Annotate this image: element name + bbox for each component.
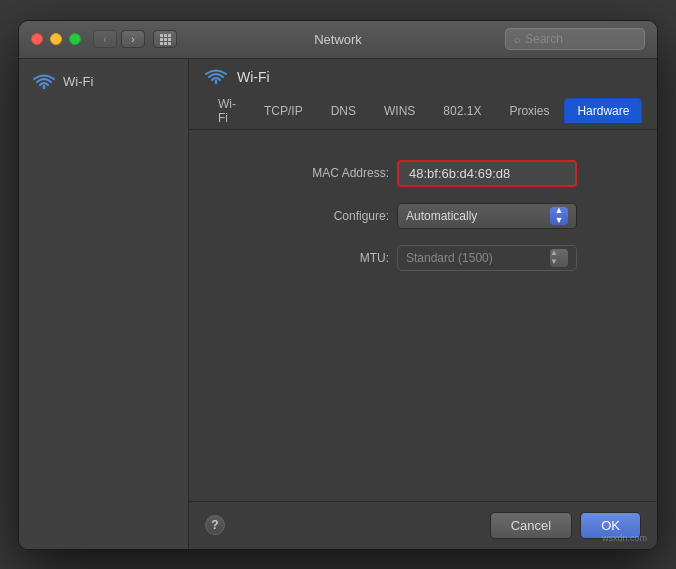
sidebar: Wi-Fi [19, 59, 189, 549]
configure-label: Configure: [269, 209, 389, 223]
grid-button[interactable] [153, 30, 177, 48]
search-icon: ⌕ [514, 33, 521, 45]
nav-buttons: ‹ › [93, 30, 177, 48]
traffic-lights [31, 33, 81, 45]
mtu-label: MTU: [269, 251, 389, 265]
tab-bar: Wi-Fi TCP/IP DNS WINS 802.1X Proxies Har… [189, 91, 657, 130]
configure-arrow-icon: ▲ ▼ [550, 207, 568, 225]
bottom-bar: ? Cancel OK [189, 501, 657, 549]
tab-proxies[interactable]: Proxies [496, 98, 562, 123]
main-window: ‹ › Network ⌕ [18, 20, 658, 550]
tab-8021x[interactable]: 802.1X [430, 98, 494, 123]
mac-address-box: 48:bf:6b:d4:69:d8 [397, 160, 577, 187]
form-area: MAC Address: 48:bf:6b:d4:69:d8 Configure… [189, 130, 657, 501]
mac-label: MAC Address: [269, 166, 389, 180]
search-box[interactable]: ⌕ [505, 28, 645, 50]
configure-select[interactable]: Automatically ▲ ▼ [397, 203, 577, 229]
forward-button[interactable]: › [121, 30, 145, 48]
titlebar: ‹ › Network ⌕ [19, 21, 657, 59]
main-panel: Wi-Fi Wi-Fi TCP/IP DNS WINS 802.1X Proxi… [189, 59, 657, 549]
tab-wifi[interactable]: Wi-Fi [205, 91, 249, 130]
mac-address-value: 48:bf:6b:d4:69:d8 [409, 166, 510, 181]
network-header: Wi-Fi [189, 59, 657, 91]
mac-address-row: MAC Address: 48:bf:6b:d4:69:d8 [209, 160, 637, 187]
wifi-icon [33, 74, 55, 90]
tab-dns[interactable]: DNS [318, 98, 369, 123]
back-button[interactable]: ‹ [93, 30, 117, 48]
header-wifi-icon [205, 69, 227, 85]
content-area: Wi-Fi Wi-Fi Wi-Fi TCP/IP [19, 59, 657, 549]
close-button[interactable] [31, 33, 43, 45]
cancel-button[interactable]: Cancel [490, 512, 572, 539]
mtu-row: MTU: Standard (1500) ▲▼ [209, 245, 637, 271]
tab-hardware[interactable]: Hardware [564, 98, 642, 123]
window-title: Network [314, 32, 362, 47]
sidebar-wifi-label: Wi-Fi [63, 74, 93, 89]
search-input[interactable] [525, 32, 636, 46]
sidebar-item-wifi[interactable]: Wi-Fi [19, 69, 188, 95]
watermark: wsxdn.com [602, 533, 647, 543]
minimize-button[interactable] [50, 33, 62, 45]
maximize-button[interactable] [69, 33, 81, 45]
mtu-select[interactable]: Standard (1500) ▲▼ [397, 245, 577, 271]
help-button[interactable]: ? [205, 515, 225, 535]
grid-icon [160, 34, 171, 45]
configure-value: Automatically [406, 209, 550, 223]
network-name: Wi-Fi [237, 69, 270, 85]
mtu-value: Standard (1500) [406, 251, 550, 265]
tab-tcpip[interactable]: TCP/IP [251, 98, 316, 123]
mtu-arrow-icon: ▲▼ [550, 249, 568, 267]
configure-row: Configure: Automatically ▲ ▼ [209, 203, 637, 229]
tab-wins[interactable]: WINS [371, 98, 428, 123]
